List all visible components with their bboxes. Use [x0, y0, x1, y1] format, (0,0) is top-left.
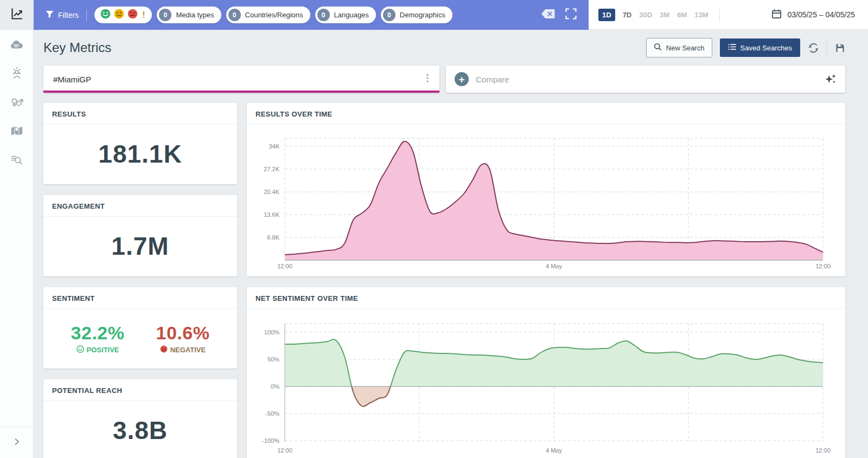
metrics-column: RESULTS 181.1K ENGAGEMENT 1.7M SENTIMENT…: [43, 103, 237, 458]
results-area-chart: 34K27.2K20.4K13.6K6.8K12:004 May12:00: [256, 127, 837, 271]
negative-face-icon: [127, 9, 138, 21]
refresh-icon[interactable]: [808, 42, 819, 54]
positive-sentiment-block: 32.2% POSITIVE: [71, 322, 125, 354]
filter-pill-demographics[interactable]: 0 Demographics: [381, 7, 452, 23]
header-actions: New Search Saved Searches: [646, 38, 845, 57]
page-title: Key Metrics: [43, 40, 111, 55]
count-badge: 0: [159, 9, 171, 21]
sidebar-item-topics-search[interactable]: [6, 150, 28, 172]
engagement-card: ENGAGEMENT 1.7M: [43, 195, 237, 276]
sidebar-expand-button[interactable]: [0, 427, 33, 458]
fullscreen-icon[interactable]: [565, 8, 577, 22]
search-row: #MiamiGP + Compare: [43, 66, 845, 93]
divider: [827, 41, 827, 55]
map-icon: [10, 124, 24, 140]
sidebar-item-influencers[interactable]: [6, 64, 28, 86]
sentiment-card-body: 32.2% POSITIVE: [43, 309, 237, 367]
search-query-field[interactable]: #MiamiGP: [43, 66, 439, 93]
positive-face-icon: [100, 9, 111, 21]
range-option-13m[interactable]: 13M: [694, 11, 708, 19]
date-range-picker[interactable]: 03/05/25 – 04/05/25: [771, 9, 855, 21]
influencer-icon: [10, 67, 24, 83]
negative-sentiment-value: 10.6%: [156, 322, 210, 344]
sidebar: [0, 0, 34, 458]
count-badge: 0: [317, 9, 330, 21]
results-card-title: RESULTS: [43, 103, 237, 125]
sidebar-item-word-cloud[interactable]: [6, 35, 28, 57]
list-icon: [728, 43, 736, 52]
calendar-icon: [771, 9, 782, 21]
svg-text:20.4K: 20.4K: [264, 189, 279, 195]
sparkles-icon[interactable]: [825, 73, 837, 85]
funnel-icon: [46, 10, 54, 20]
range-presets: 1D 7D 30D 3M 6M 13M: [598, 9, 709, 21]
compare-label: Compare: [476, 75, 509, 84]
positive-sentiment-label: POSITIVE: [71, 345, 125, 354]
svg-text:13.6K: 13.6K: [264, 211, 279, 218]
potential-reach-value: 3.8B: [43, 401, 237, 458]
main-content: Key Metrics New Search: [34, 30, 868, 458]
filter-pill-languages[interactable]: 0 Languages: [315, 7, 376, 23]
net-sentiment-over-time-chart: 100%50%0%-50%-100%12:004 May12:00: [247, 309, 845, 458]
positive-sentiment-value: 32.2%: [71, 322, 125, 344]
range-option-6m[interactable]: 6M: [677, 11, 687, 19]
sidebar-nav: [0, 30, 33, 172]
new-search-label: New Search: [666, 44, 705, 52]
word-cloud-icon: [9, 38, 24, 54]
svg-text:12:00: 12:00: [815, 263, 831, 269]
positive-label-text: POSITIVE: [87, 346, 119, 354]
svg-text:100%: 100%: [264, 329, 279, 336]
save-icon[interactable]: [835, 43, 845, 53]
svg-text:-50%: -50%: [265, 410, 279, 417]
sidebar-item-world-map[interactable]: [6, 121, 28, 143]
filter-pill-media-types[interactable]: 0 Media types: [157, 7, 221, 23]
divider: [719, 8, 720, 22]
chevron-right-icon: [12, 437, 22, 449]
svg-text:4 May: 4 May: [546, 447, 562, 454]
svg-text:4 May: 4 May: [546, 263, 562, 269]
sidebar-item-analytics[interactable]: [0, 0, 33, 30]
range-option-30d[interactable]: 30D: [639, 11, 652, 19]
alert-exclamation-icon: !: [141, 10, 146, 20]
pill-label: Languages: [334, 11, 369, 19]
results-over-time-card: RESULTS OVER TIME 34K27.2K20.4K13.6K6.8K…: [247, 103, 845, 276]
date-range-bar: 1D 7D 30D 3M 6M 13M 03/05/25 – 04/05/25: [589, 0, 868, 30]
clear-filters-icon[interactable]: [541, 9, 556, 21]
sentiment-filter-pill[interactable]: !: [94, 7, 152, 23]
results-value: 181.1K: [43, 125, 237, 183]
results-card: RESULTS 181.1K: [43, 103, 237, 184]
topics-search-icon: [10, 153, 24, 169]
analytics-chart-icon: [10, 7, 24, 23]
pill-label: Media types: [176, 11, 214, 19]
filters-button[interactable]: Filters: [46, 10, 79, 20]
filter-pill-countries-regions[interactable]: 0 Countries/Regions: [226, 7, 310, 23]
svg-text:34K: 34K: [269, 143, 279, 150]
net-sentiment-over-time-title: NET SENTIMENT OVER TIME: [247, 287, 845, 309]
svg-text:12:00: 12:00: [277, 447, 292, 454]
search-icon: [654, 43, 662, 53]
negative-sentiment-block: 10.6% NEGATIVE: [156, 322, 210, 354]
compare-button[interactable]: + Compare: [446, 66, 845, 93]
negative-label-text: NEGATIVE: [170, 346, 206, 354]
potential-reach-card: POTENTIAL REACH 3.8B: [43, 379, 237, 458]
saved-searches-button[interactable]: Saved Searches: [720, 38, 800, 57]
topbar-divider: [86, 9, 87, 21]
topbar: Filters: [34, 0, 868, 30]
engagement-card-title: ENGAGEMENT: [43, 195, 237, 217]
date-range-value: 03/05/25 – 04/05/25: [787, 10, 855, 19]
add-compare-icon: +: [455, 72, 469, 86]
svg-text:6.8K: 6.8K: [267, 234, 279, 241]
svg-text:27.2K: 27.2K: [264, 166, 279, 172]
range-option-1d[interactable]: 1D: [598, 9, 615, 21]
search-query-value: #MiamiGP: [53, 75, 91, 84]
sentiment-card: SENTIMENT 32.2% POSI: [43, 287, 237, 369]
range-option-3m[interactable]: 3M: [660, 11, 669, 19]
search-accent-underline: [43, 91, 439, 93]
net-sentiment-area-chart: 100%50%0%-50%-100%12:004 May12:00: [256, 312, 837, 458]
range-option-7d[interactable]: 7D: [623, 11, 632, 19]
sidebar-item-demographics[interactable]: [6, 93, 28, 114]
more-options-icon[interactable]: [425, 72, 430, 87]
negative-sentiment-label: NEGATIVE: [156, 345, 210, 354]
negative-frown-icon: [160, 345, 168, 354]
new-search-button[interactable]: New Search: [646, 38, 712, 57]
